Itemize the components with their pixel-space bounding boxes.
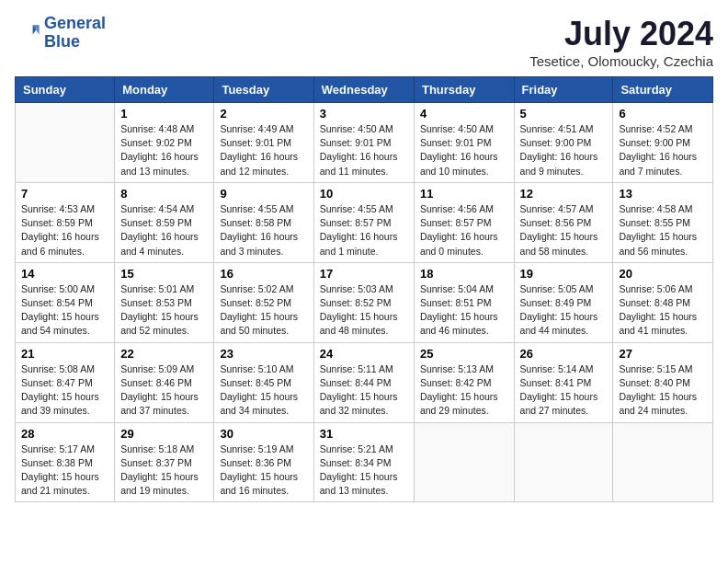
calendar-week-row: 21Sunrise: 5:08 AMSunset: 8:47 PMDayligh… (16, 342, 713, 422)
day-info: Sunrise: 5:03 AMSunset: 8:52 PMDaylight:… (320, 282, 408, 339)
day-info: Sunrise: 4:50 AMSunset: 9:01 PMDaylight:… (420, 122, 508, 178)
day-info: Sunrise: 5:15 AMSunset: 8:40 PMDaylight:… (619, 362, 707, 419)
day-number: 7 (21, 187, 108, 201)
table-row: 6Sunrise: 4:52 AMSunset: 9:00 PMDaylight… (613, 103, 713, 183)
day-number: 25 (420, 347, 508, 361)
calendar-table: Sunday Monday Tuesday Wednesday Thursday… (15, 76, 713, 502)
table-row: 8Sunrise: 4:54 AMSunset: 8:59 PMDaylight… (115, 182, 214, 262)
table-row: 1Sunrise: 4:48 AMSunset: 9:02 PMDaylight… (115, 103, 214, 183)
location-title: Tesetice, Olomoucky, Czechia (529, 53, 713, 69)
table-row: 13Sunrise: 4:58 AMSunset: 8:55 PMDayligh… (613, 182, 713, 262)
day-number: 29 (120, 427, 208, 441)
table-row: 12Sunrise: 4:57 AMSunset: 8:56 PMDayligh… (514, 182, 613, 262)
day-number: 4 (420, 107, 508, 121)
calendar-week-row: 14Sunrise: 5:00 AMSunset: 8:54 PMDayligh… (16, 262, 713, 342)
header-wednesday: Wednesday (313, 77, 414, 103)
day-number: 28 (21, 427, 108, 441)
day-number: 27 (619, 347, 707, 361)
calendar-header-row: Sunday Monday Tuesday Wednesday Thursday… (16, 77, 713, 103)
table-row: 24Sunrise: 5:11 AMSunset: 8:44 PMDayligh… (313, 342, 414, 422)
day-info: Sunrise: 5:02 AMSunset: 8:52 PMDaylight:… (220, 282, 307, 339)
day-info: Sunrise: 4:55 AMSunset: 8:58 PMDaylight:… (220, 202, 307, 259)
table-row: 14Sunrise: 5:00 AMSunset: 8:54 PMDayligh… (16, 262, 115, 342)
header-sunday: Sunday (16, 77, 115, 103)
day-info: Sunrise: 5:08 AMSunset: 8:47 PMDaylight:… (21, 362, 108, 419)
day-info: Sunrise: 5:21 AMSunset: 8:34 PMDaylight:… (320, 442, 408, 499)
table-row (514, 422, 613, 502)
day-number: 6 (619, 107, 707, 121)
table-row: 4Sunrise: 4:50 AMSunset: 9:01 PMDaylight… (414, 103, 514, 183)
day-info: Sunrise: 4:57 AMSunset: 8:56 PMDaylight:… (520, 202, 608, 259)
day-number: 15 (120, 267, 208, 281)
day-info: Sunrise: 5:19 AMSunset: 8:36 PMDaylight:… (220, 442, 307, 499)
header-monday: Monday (115, 77, 214, 103)
logo-text: General Blue (44, 15, 106, 52)
day-number: 19 (520, 267, 608, 281)
table-row: 27Sunrise: 5:15 AMSunset: 8:40 PMDayligh… (613, 342, 713, 422)
table-row (16, 103, 115, 183)
table-row: 30Sunrise: 5:19 AMSunset: 8:36 PMDayligh… (214, 422, 313, 502)
day-number: 14 (21, 267, 108, 281)
day-number: 5 (520, 107, 608, 121)
table-row: 20Sunrise: 5:06 AMSunset: 8:48 PMDayligh… (613, 262, 713, 342)
header-tuesday: Tuesday (214, 77, 313, 103)
logo-line1: General (44, 14, 106, 32)
table-row: 9Sunrise: 4:55 AMSunset: 8:58 PMDaylight… (214, 182, 313, 262)
day-info: Sunrise: 4:51 AMSunset: 9:00 PMDaylight:… (520, 122, 608, 178)
day-info: Sunrise: 5:05 AMSunset: 8:49 PMDaylight:… (520, 282, 608, 339)
day-info: Sunrise: 5:00 AMSunset: 8:54 PMDaylight:… (21, 282, 108, 339)
title-area: July 2024 Tesetice, Olomoucky, Czechia (529, 15, 713, 69)
day-number: 20 (619, 267, 707, 281)
day-info: Sunrise: 5:11 AMSunset: 8:44 PMDaylight:… (320, 362, 408, 419)
table-row (414, 422, 514, 502)
table-row: 16Sunrise: 5:02 AMSunset: 8:52 PMDayligh… (214, 262, 313, 342)
day-info: Sunrise: 4:54 AMSunset: 8:59 PMDaylight:… (120, 202, 208, 259)
day-info: Sunrise: 5:14 AMSunset: 8:41 PMDaylight:… (520, 362, 608, 419)
day-number: 30 (220, 427, 307, 441)
table-row: 10Sunrise: 4:55 AMSunset: 8:57 PMDayligh… (313, 182, 414, 262)
day-number: 1 (120, 107, 208, 121)
day-number: 8 (120, 187, 208, 201)
header-saturday: Saturday (613, 77, 713, 103)
day-info: Sunrise: 4:55 AMSunset: 8:57 PMDaylight:… (320, 202, 408, 259)
day-info: Sunrise: 4:50 AMSunset: 9:01 PMDaylight:… (320, 122, 408, 178)
table-row: 3Sunrise: 4:50 AMSunset: 9:01 PMDaylight… (313, 103, 414, 183)
table-row: 28Sunrise: 5:17 AMSunset: 8:38 PMDayligh… (16, 422, 115, 502)
table-row: 22Sunrise: 5:09 AMSunset: 8:46 PMDayligh… (115, 342, 214, 422)
table-row: 15Sunrise: 5:01 AMSunset: 8:53 PMDayligh… (115, 262, 214, 342)
day-number: 12 (520, 187, 608, 201)
calendar-week-row: 28Sunrise: 5:17 AMSunset: 8:38 PMDayligh… (16, 422, 713, 502)
day-number: 10 (320, 187, 408, 201)
day-info: Sunrise: 4:53 AMSunset: 8:59 PMDaylight:… (21, 202, 108, 259)
day-number: 11 (420, 187, 508, 201)
table-row: 21Sunrise: 5:08 AMSunset: 8:47 PMDayligh… (16, 342, 115, 422)
day-info: Sunrise: 5:18 AMSunset: 8:37 PMDaylight:… (120, 442, 208, 499)
logo-icon (15, 20, 40, 46)
day-number: 16 (220, 267, 307, 281)
day-number: 18 (420, 267, 508, 281)
day-number: 13 (619, 187, 707, 201)
table-row: 7Sunrise: 4:53 AMSunset: 8:59 PMDaylight… (16, 182, 115, 262)
day-info: Sunrise: 5:01 AMSunset: 8:53 PMDaylight:… (120, 282, 208, 339)
day-number: 3 (320, 107, 408, 121)
day-number: 2 (220, 107, 307, 121)
day-number: 21 (21, 347, 108, 361)
table-row: 26Sunrise: 5:14 AMSunset: 8:41 PMDayligh… (514, 342, 613, 422)
day-number: 17 (320, 267, 408, 281)
day-number: 26 (520, 347, 608, 361)
table-row: 29Sunrise: 5:18 AMSunset: 8:37 PMDayligh… (115, 422, 214, 502)
table-row: 17Sunrise: 5:03 AMSunset: 8:52 PMDayligh… (313, 262, 414, 342)
logo: General Blue (15, 15, 106, 52)
table-row: 18Sunrise: 5:04 AMSunset: 8:51 PMDayligh… (414, 262, 514, 342)
day-number: 9 (220, 187, 307, 201)
table-row: 5Sunrise: 4:51 AMSunset: 9:00 PMDaylight… (514, 103, 613, 183)
day-info: Sunrise: 4:58 AMSunset: 8:55 PMDaylight:… (619, 202, 707, 259)
day-number: 22 (120, 347, 208, 361)
table-row: 25Sunrise: 5:13 AMSunset: 8:42 PMDayligh… (414, 342, 514, 422)
logo-line2: Blue (44, 32, 80, 51)
day-info: Sunrise: 4:52 AMSunset: 9:00 PMDaylight:… (619, 122, 707, 178)
table-row: 19Sunrise: 5:05 AMSunset: 8:49 PMDayligh… (514, 262, 613, 342)
day-info: Sunrise: 5:04 AMSunset: 8:51 PMDaylight:… (420, 282, 508, 339)
day-info: Sunrise: 5:17 AMSunset: 8:38 PMDaylight:… (21, 442, 108, 499)
day-info: Sunrise: 4:49 AMSunset: 9:01 PMDaylight:… (220, 122, 307, 178)
